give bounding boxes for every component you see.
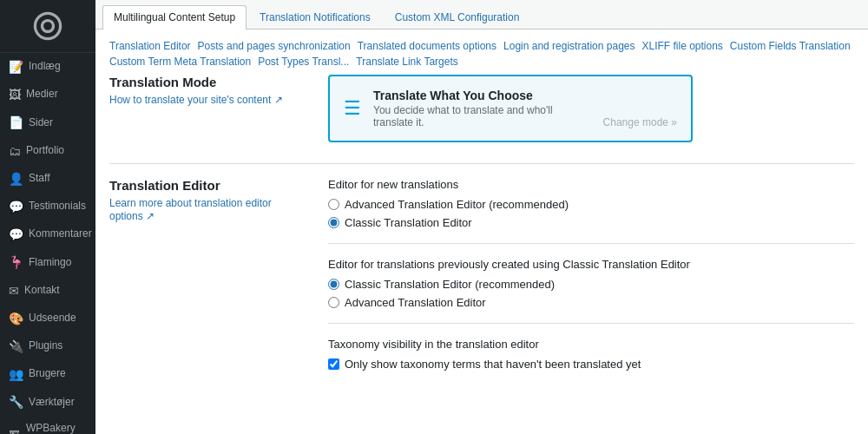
sidebar-icon-9: 🎨 (9, 311, 23, 326)
sidebar-label-7: Flamingo (29, 256, 71, 270)
sidebar-item-plugins[interactable]: 🔌Plugins (0, 332, 95, 360)
sidebar-item-flamingo[interactable]: 🦩Flamingo (0, 248, 95, 276)
divider-1 (109, 163, 854, 164)
mode-box-icon: ☰ (344, 97, 361, 120)
radio-classic-prev-label: Classic Translation Editor (recommended) (345, 278, 555, 291)
radio-classic-new-input[interactable] (328, 217, 339, 228)
divider-2 (328, 243, 854, 244)
radio-classic-new[interactable]: Classic Translation Editor (328, 216, 854, 229)
sublink-7[interactable]: Post Types Transl... (258, 56, 349, 68)
radio-advanced-prev-label: Advanced Translation Editor (345, 296, 486, 309)
radio-classic-new-label: Classic Translation Editor (345, 216, 472, 229)
mode-box-desc: You decide what to translate and who'll … (373, 104, 591, 128)
sidebar-item-kommentarer[interactable]: 💬Kommentarer (0, 220, 95, 248)
translation-editor-subtitle-link[interactable]: Learn more about translation editor opti… (109, 197, 272, 222)
sublink-4[interactable]: XLIFF file options (641, 40, 722, 52)
sidebar-item-kontakt[interactable]: ✉Kontakt (0, 277, 95, 305)
sidebar-label-5: Testimonials (29, 200, 86, 214)
sidebar-label-4: Staff (29, 172, 49, 186)
radio-advanced-new-label: Advanced Translation Editor (recommended… (345, 198, 569, 211)
translation-editor-section: Translation Editor Learn more about tran… (109, 178, 854, 385)
sidebar-label-6: Kommentarer (29, 227, 92, 241)
translation-mode-subtitle-link[interactable]: How to translate your site's content ↗ (109, 94, 283, 106)
sidebar-label-1: Medier (26, 88, 58, 102)
sub-links: Translation Editor Posts and pages synch… (109, 40, 854, 68)
sidebar-icon-3: 🗂 (9, 143, 21, 159)
sidebar-label-12: Værktøjer (29, 396, 75, 410)
sidebar-label-13: WPBakery Page Builder (26, 422, 87, 434)
sidebar-item-sider[interactable]: 📄Sider (0, 108, 95, 136)
new-translations-group: Editor for new translations Advanced Tra… (328, 178, 854, 229)
previous-translations-label: Editor for translations previously creat… (328, 258, 854, 271)
radio-advanced-new-input[interactable] (328, 199, 339, 210)
sidebar-label-11: Brugere (29, 367, 66, 381)
new-translations-label: Editor for new translations (328, 178, 854, 191)
taxonomy-checkbox-label: Only show taxonomy terms that haven't be… (345, 358, 641, 371)
sublink-6[interactable]: Custom Term Meta Translation (109, 56, 251, 68)
taxonomy-checkbox-option[interactable]: Only show taxonomy terms that haven't be… (328, 358, 854, 371)
taxonomy-checkbox[interactable] (328, 358, 339, 370)
sublink-8[interactable]: Translate Link Targets (356, 56, 457, 68)
radio-classic-prev-input[interactable] (328, 279, 339, 290)
sidebar-icon-11: 👥 (9, 366, 23, 382)
sidebar-label-9: Udseende (29, 312, 76, 326)
sidebar-item-værktøjer[interactable]: 🔧Værktøjer (0, 388, 95, 416)
tab-1[interactable]: Translation Notifications (248, 5, 382, 29)
sidebar-icon-10: 🔌 (9, 339, 23, 354)
sidebar-item-portfolio[interactable]: 🗂Portfolio (0, 137, 95, 165)
radio-advanced-new[interactable]: Advanced Translation Editor (recommended… (328, 198, 854, 211)
sidebar-icon-5: 💬 (9, 199, 23, 214)
sidebar-label-2: Sider (29, 116, 53, 130)
sublink-2[interactable]: Translated documents options (358, 40, 496, 52)
sidebar-logo (0, 0, 95, 53)
sidebar-item-medier[interactable]: 🖼Medier (0, 81, 95, 108)
sidebar-icon-1: 🖼 (9, 87, 21, 102)
radio-advanced-prev[interactable]: Advanced Translation Editor (328, 296, 854, 309)
sidebar: 📝Indlæg🖼Medier📄Sider🗂Portfolio👤Staff💬Tes… (0, 0, 95, 434)
sidebar-icon-2: 📄 (9, 115, 23, 130)
tabs-bar: Multilingual Content SetupTranslation No… (95, 0, 868, 30)
sidebar-item-staff[interactable]: 👤Staff (0, 165, 95, 193)
mode-box-title: Translate What You Choose (373, 89, 591, 102)
taxonomy-label: Taxonomy visibility in the translation e… (328, 338, 854, 351)
sidebar-icon-7: 🦩 (9, 254, 23, 270)
translation-mode-box: ☰ Translate What You Choose You decide w… (328, 75, 693, 142)
translation-mode-title: Translation Mode (109, 75, 300, 89)
tab-2[interactable]: Custom XML Configuration (384, 5, 531, 29)
sidebar-icon-12: 🔧 (9, 394, 23, 410)
sidebar-icon-0: 📝 (9, 59, 23, 75)
sidebar-item-testimonials[interactable]: 💬Testimonials (0, 193, 95, 220)
sidebar-label-3: Portfolio (26, 144, 64, 158)
previous-translations-group: Editor for translations previously creat… (328, 258, 854, 309)
sidebar-icon-13: 🏗 (9, 428, 21, 434)
sidebar-label-8: Kontakt (24, 284, 60, 298)
sidebar-item-indlæg[interactable]: 📝Indlæg (0, 53, 95, 81)
sidebar-label-10: Plugins (29, 339, 62, 353)
divider-3 (328, 323, 854, 324)
taxonomy-group: Taxonomy visibility in the translation e… (328, 338, 854, 371)
sidebar-item-wpbakery-page-builder[interactable]: 🏗WPBakery Page Builder (0, 416, 95, 434)
sidebar-icon-8: ✉ (9, 283, 19, 299)
translation-editor-title: Translation Editor (109, 178, 300, 193)
sidebar-icon-6: 💬 (9, 227, 23, 242)
sidebar-item-brugere[interactable]: 👥Brugere (0, 360, 95, 388)
sublink-3[interactable]: Login and registration pages (503, 40, 635, 52)
sidebar-label-0: Indlæg (29, 60, 61, 74)
change-mode-link[interactable]: Change mode » (603, 116, 677, 128)
sidebar-icon-4: 👤 (9, 171, 23, 187)
sidebar-item-udseende[interactable]: 🎨Udseende (0, 305, 95, 332)
sublink-1[interactable]: Posts and pages synchronization (198, 40, 351, 52)
radio-classic-prev[interactable]: Classic Translation Editor (recommended) (328, 278, 854, 291)
radio-advanced-prev-input[interactable] (328, 297, 339, 308)
sublink-0[interactable]: Translation Editor (109, 40, 191, 52)
sublink-5[interactable]: Custom Fields Translation (730, 40, 851, 52)
translation-mode-section: Translation Mode How to translate your s… (109, 75, 854, 142)
main-content: Multilingual Content SetupTranslation No… (95, 0, 868, 434)
tab-0[interactable]: Multilingual Content Setup (102, 5, 247, 30)
